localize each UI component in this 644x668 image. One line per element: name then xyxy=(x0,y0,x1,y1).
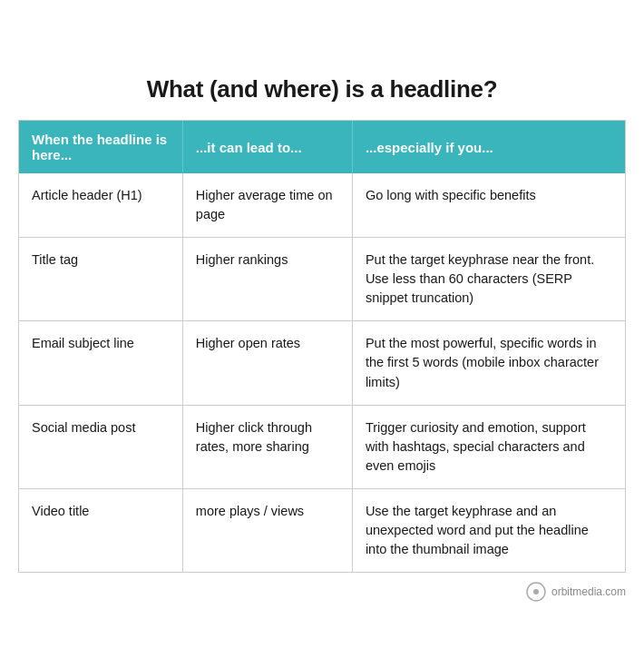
table-header-row: When the headline is here... ...it can l… xyxy=(19,121,625,173)
cell-5-3: Use the target keyphrase and an unexpect… xyxy=(352,488,625,572)
table-row: Title tag Higher rankings Put the target… xyxy=(19,238,625,321)
cell-3-3: Put the most powerful, specific words in… xyxy=(352,321,625,405)
cell-1-1: Article header (H1) xyxy=(19,173,182,238)
cell-3-1: Email subject line xyxy=(19,321,182,405)
page-container: What (and where) is a headline? When the… xyxy=(0,48,644,619)
table-row: Video title more plays / views Use the t… xyxy=(19,488,625,572)
main-table: When the headline is here... ...it can l… xyxy=(19,121,625,571)
col-header-1: When the headline is here... xyxy=(19,121,182,173)
table-wrapper: When the headline is here... ...it can l… xyxy=(18,120,626,572)
cell-2-2: Higher rankings xyxy=(182,238,352,321)
table-row: Article header (H1) Higher average time … xyxy=(19,173,625,238)
cell-4-1: Social media post xyxy=(19,405,182,488)
page-title: What (and where) is a headline? xyxy=(18,75,626,103)
cell-3-2: Higher open rates xyxy=(182,321,352,405)
orbitmedia-logo-icon xyxy=(526,582,546,602)
table-row: Email subject line Higher open rates Put… xyxy=(19,321,625,405)
cell-2-3: Put the target keyphrase near the front.… xyxy=(352,238,625,321)
cell-4-2: Higher click through rates, more sharing xyxy=(182,405,352,488)
cell-5-2: more plays / views xyxy=(182,488,352,572)
cell-4-3: Trigger curiosity and emotion, support w… xyxy=(352,405,625,488)
cell-1-3: Go long with specific benefits xyxy=(352,173,625,238)
cell-2-1: Title tag xyxy=(19,238,182,321)
footer-brand: orbitmedia.com xyxy=(551,585,626,598)
table-row: Social media post Higher click through r… xyxy=(19,405,625,488)
col-header-3: ...especially if you... xyxy=(352,121,625,173)
footer: orbitmedia.com xyxy=(18,582,626,602)
cell-1-2: Higher average time on page xyxy=(182,173,352,238)
col-header-2: ...it can lead to... xyxy=(182,121,352,173)
cell-5-1: Video title xyxy=(19,488,182,572)
svg-point-1 xyxy=(533,589,539,594)
